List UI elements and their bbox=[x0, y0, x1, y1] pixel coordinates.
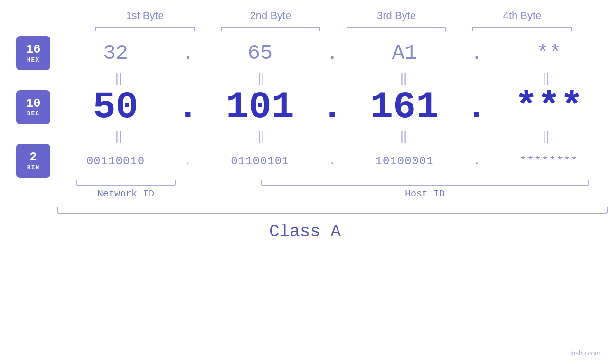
bin-dot1: . bbox=[181, 155, 195, 168]
byte4-header: 4th Byte bbox=[470, 9, 574, 22]
host-bracket-section: Host ID bbox=[259, 180, 591, 199]
equals-row-2: || || || || bbox=[9, 129, 608, 144]
dec-byte3: 161 bbox=[352, 85, 457, 129]
equals-values-2: || || || || bbox=[57, 129, 608, 144]
equals-6: || bbox=[202, 129, 320, 144]
hex-badge-number: 16 bbox=[26, 43, 40, 56]
outer-bracket-row bbox=[9, 207, 608, 214]
bottom-spacer bbox=[9, 180, 57, 199]
equals-spacer-1 bbox=[9, 70, 57, 85]
dec-dot1: . bbox=[181, 85, 195, 129]
equals-4: || bbox=[487, 70, 605, 85]
dec-badge-col: 10 DEC bbox=[9, 90, 57, 124]
equals-7: || bbox=[344, 129, 463, 144]
main-container: 1st Byte 2nd Byte 3rd Byte 4th Byte 16 H… bbox=[0, 0, 610, 364]
equals-row-1: || || || || bbox=[9, 70, 608, 85]
attribution: ipshu.com bbox=[570, 349, 601, 357]
dec-full-row: 10 DEC 50 . 101 . 161 . *** bbox=[9, 85, 608, 129]
dec-values-row: 50 . 101 . 161 . *** bbox=[57, 85, 608, 129]
bottom-bracket-row: Network ID Host ID bbox=[9, 180, 608, 199]
class-label-container: Class A bbox=[0, 222, 610, 242]
bin-byte1: 00110010 bbox=[64, 155, 168, 168]
dec-badge: 10 DEC bbox=[16, 90, 50, 124]
hex-byte1: 32 bbox=[64, 41, 168, 65]
bin-values-row: 00110010 . 01100101 . 10100001 . *******… bbox=[57, 155, 608, 168]
dec-byte1: 50 bbox=[64, 85, 168, 129]
bin-byte2-value: 01100101 bbox=[231, 155, 289, 168]
byte3-header: 3rd Byte bbox=[344, 9, 449, 22]
dec-byte4: *** bbox=[497, 85, 601, 129]
byte-headers: 1st Byte 2nd Byte 3rd Byte 4th Byte bbox=[82, 9, 585, 22]
bin-byte4-value: ******** bbox=[520, 155, 578, 168]
equals-spacer-2 bbox=[9, 129, 57, 144]
equals-2: || bbox=[202, 70, 320, 85]
equals-values-1: || || || || bbox=[57, 70, 608, 85]
hex-dot2: . bbox=[325, 41, 339, 65]
bin-byte1-value: 00110010 bbox=[86, 155, 145, 168]
class-label: Class A bbox=[269, 222, 341, 242]
bin-badge-label: BIN bbox=[27, 164, 39, 171]
hex-full-row: 16 HEX 32 . 65 . A1 . ** bbox=[9, 36, 608, 70]
dec-badge-label: DEC bbox=[27, 110, 39, 117]
hex-values-row: 32 . 65 . A1 . ** bbox=[57, 41, 608, 65]
byte1-header: 1st Byte bbox=[93, 9, 197, 22]
hex-dot3: . bbox=[469, 41, 484, 65]
hex-badge-col: 16 HEX bbox=[9, 36, 57, 70]
bracket-2 bbox=[221, 27, 320, 31]
dec-byte3-value: 161 bbox=[370, 85, 439, 129]
equals-8: || bbox=[487, 129, 605, 144]
bin-byte4: ******** bbox=[497, 155, 601, 168]
network-bottom-bracket bbox=[76, 180, 176, 186]
hex-byte2: 65 bbox=[208, 41, 312, 65]
dec-dot3: . bbox=[469, 85, 484, 129]
hex-badge-label: HEX bbox=[27, 56, 39, 64]
bin-byte3: 10100001 bbox=[352, 155, 457, 168]
bin-full-row: 2 BIN 00110010 . 01100101 . 10100001 . bbox=[9, 144, 608, 178]
bracket-4 bbox=[472, 27, 572, 31]
bracket-3 bbox=[347, 27, 446, 31]
bin-badge-col: 2 BIN bbox=[9, 144, 57, 178]
outer-bracket bbox=[57, 207, 608, 214]
outer-spacer bbox=[9, 207, 57, 214]
top-brackets bbox=[82, 27, 585, 31]
dec-byte2: 101 bbox=[208, 85, 312, 129]
dec-byte1-value: 50 bbox=[93, 85, 139, 129]
hex-byte1-value: 32 bbox=[103, 41, 128, 65]
hex-badge: 16 HEX bbox=[16, 36, 50, 70]
bin-byte2: 01100101 bbox=[208, 155, 312, 168]
equals-5: || bbox=[59, 129, 178, 144]
hex-byte3-value: A1 bbox=[392, 41, 417, 65]
host-id-label: Host ID bbox=[405, 188, 445, 199]
hex-dot1: . bbox=[181, 41, 195, 65]
dec-badge-number: 10 bbox=[26, 97, 40, 111]
bracket-1 bbox=[95, 27, 195, 31]
host-bottom-bracket bbox=[261, 180, 589, 186]
dec-dot2: . bbox=[325, 85, 339, 129]
hex-byte2-value: 65 bbox=[247, 41, 272, 65]
byte2-header: 2nd Byte bbox=[218, 9, 323, 22]
network-bracket-section: Network ID bbox=[74, 180, 178, 199]
bottom-brackets-container: Network ID Host ID bbox=[57, 180, 608, 199]
hex-byte3: A1 bbox=[352, 41, 457, 65]
bin-badge-number: 2 bbox=[29, 150, 37, 164]
dec-byte2-value: 101 bbox=[226, 85, 294, 129]
network-id-label: Network ID bbox=[97, 188, 154, 199]
bin-badge: 2 BIN bbox=[16, 144, 50, 178]
hex-byte4: ** bbox=[497, 41, 601, 65]
bin-dot2: . bbox=[325, 155, 339, 168]
equals-3: || bbox=[344, 70, 463, 85]
equals-1: || bbox=[59, 70, 178, 85]
bin-byte3-value: 10100001 bbox=[375, 155, 434, 168]
dec-byte4-value: *** bbox=[515, 85, 583, 129]
bin-dot3: . bbox=[469, 155, 484, 168]
hex-byte4-value: ** bbox=[536, 41, 562, 65]
